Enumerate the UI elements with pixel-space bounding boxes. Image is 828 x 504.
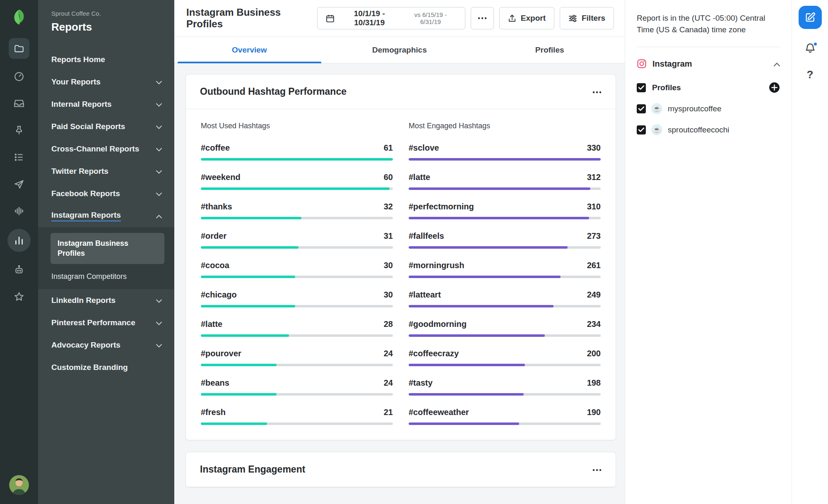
gauge-icon[interactable] [10, 67, 28, 86]
hashtag-bar-track [409, 305, 601, 307]
profiles-checkbox[interactable] [637, 83, 646, 92]
star-icon[interactable] [10, 288, 28, 306]
most-used-hashtags-column: Most Used Hashtags #coffee61 #weekend6 [201, 122, 393, 437]
sidebar-item-facebook-reports[interactable]: Facebook Reports [38, 182, 174, 205]
hashtag-label: #pourover [201, 348, 241, 358]
hashtag-value: 261 [587, 260, 601, 270]
profiles-group-row: Profiles [637, 82, 780, 93]
export-icon [508, 14, 516, 23]
folder-icon[interactable] [9, 38, 29, 59]
send-icon[interactable] [10, 175, 28, 193]
sidebar-item-customize-branding[interactable]: Customize Branding [38, 356, 174, 379]
card-menu-button[interactable] [592, 89, 602, 95]
check-icon [638, 127, 644, 132]
pin-icon[interactable] [10, 121, 28, 139]
tab-profiles[interactable]: Profiles [474, 37, 625, 63]
more-options-button[interactable] [471, 7, 494, 29]
profile-checkbox[interactable] [637, 125, 646, 134]
hashtag-bar-fill [409, 246, 568, 249]
hashtag-row: #coffee61 [201, 143, 393, 161]
hashtag-row: #chicago30 [201, 290, 393, 307]
hashtag-value: 30 [384, 260, 393, 270]
hashtag-value: 310 [587, 202, 601, 211]
app-root: Sprout Coffee Co. Reports Reports Home Y… [0, 0, 828, 504]
hashtag-bar-track [201, 393, 393, 396]
hashtag-list-used: #coffee61 #weekend60 #thanks [201, 143, 393, 425]
sidebar-header: Sprout Coffee Co. Reports [38, 10, 174, 34]
hashtag-bar-track [201, 187, 393, 190]
compose-button[interactable] [799, 6, 822, 29]
hashtag-bar-fill [201, 393, 277, 396]
hashtag-bar-track [409, 158, 601, 161]
hashtag-label: #chicago [201, 290, 237, 300]
submenu-item-instagram-competitors[interactable]: Instagram Competitors [38, 264, 174, 282]
hashtag-label: #latte [201, 319, 222, 329]
sidebar-item-instagram-reports[interactable]: Instagram Reports [38, 205, 174, 227]
hashtag-bar-track [409, 276, 601, 278]
hashtag-label: #goodmorning [409, 319, 467, 329]
listening-icon[interactable] [10, 202, 28, 220]
sidebar-item-pinterest-performance[interactable]: Pinterest Performance [38, 312, 174, 334]
hashtag-value: 60 [384, 172, 393, 182]
profile-checkbox[interactable] [637, 104, 646, 113]
hashtag-bar-fill [201, 246, 298, 249]
hashtag-value: 32 [384, 202, 393, 211]
sidebar-item-advocacy-reports[interactable]: Advocacy Reports [38, 334, 174, 356]
chevron-down-icon [156, 77, 162, 86]
sidebar-item-linkedin-reports[interactable]: LinkedIn Reports [38, 289, 174, 312]
hashtag-bar-track [201, 334, 393, 337]
notifications-button[interactable] [804, 42, 816, 55]
hashtag-label: #beans [201, 378, 229, 388]
ellipsis-icon [592, 466, 602, 473]
card-header: Outbound Hashtag Performance [186, 74, 616, 109]
sprout-logo[interactable] [10, 7, 29, 26]
hashtag-bar-track [201, 276, 393, 278]
card-menu-button[interactable] [592, 466, 602, 473]
hashtag-bar-track [201, 305, 393, 307]
sidebar-item-internal-reports[interactable]: Internal Reports [38, 93, 174, 115]
hashtag-value: 249 [587, 290, 601, 300]
tab-demographics[interactable]: Demographics [325, 37, 475, 63]
sidebar-title: Reports [51, 21, 161, 34]
inbox-icon[interactable] [10, 94, 28, 113]
hashtag-card-body: Most Used Hashtags #coffee61 #weekend6 [186, 109, 616, 440]
avatar-photo [9, 475, 29, 495]
bot-icon[interactable] [10, 261, 28, 279]
sidebar-item-label: Internal Reports [51, 100, 112, 109]
help-button[interactable]: ? [807, 68, 814, 81]
chevron-down-icon [156, 167, 162, 176]
column-title: Most Used Hashtags [201, 122, 393, 130]
export-button[interactable]: Export [499, 7, 554, 29]
hashtag-label: #latteart [409, 290, 441, 300]
hashtag-row: #order31 [201, 231, 393, 249]
submenu-item-instagram-business-profiles[interactable]: Instagram Business Profiles [51, 233, 164, 264]
add-profile-button[interactable] [769, 82, 780, 93]
hashtag-label: #coffeecrazy [409, 348, 459, 358]
tab-overview[interactable]: Overview [174, 37, 325, 63]
hashtag-bar-fill [409, 187, 590, 190]
sidebar-item-your-reports[interactable]: Your Reports [38, 71, 174, 93]
report-tabs: Overview Demographics Profiles [174, 37, 625, 63]
sidebar-item-twitter-reports[interactable]: Twitter Reports [38, 160, 174, 182]
column-title: Most Engaged Hashtags [409, 122, 601, 130]
date-range-value: 10/1/19 - 10/31/19 [339, 9, 400, 27]
instagram-network-header[interactable]: Instagram [637, 59, 780, 69]
sidebar-item-cross-channel-reports[interactable]: Cross-Channel Reports [38, 138, 174, 160]
reports-sidebar: Sprout Coffee Co. Reports Reports Home Y… [38, 0, 174, 504]
hashtag-bar-fill [409, 422, 519, 425]
hashtag-bar-fill [409, 158, 601, 161]
app-icon-rail [0, 0, 38, 504]
sidebar-item-label: Advocacy Reports [51, 341, 120, 350]
ellipsis-icon [478, 17, 487, 19]
reports-icon[interactable] [7, 229, 31, 252]
sidebar-item-reports-home[interactable]: Reports Home [38, 48, 174, 71]
hashtag-value: 200 [587, 348, 601, 358]
filters-button[interactable]: Filters [560, 7, 614, 29]
compose-icon [804, 12, 816, 23]
date-range-button[interactable]: 10/1/19 - 10/31/19 vs 6/15/19 - 6/31/19 [317, 7, 465, 29]
hashtag-value: 61 [384, 143, 393, 153]
user-avatar[interactable] [9, 475, 29, 495]
sidebar-item-paid-social-reports[interactable]: Paid Social Reports [38, 115, 174, 138]
hashtag-row: #latteart249 [409, 290, 601, 307]
list-icon[interactable] [10, 148, 28, 166]
